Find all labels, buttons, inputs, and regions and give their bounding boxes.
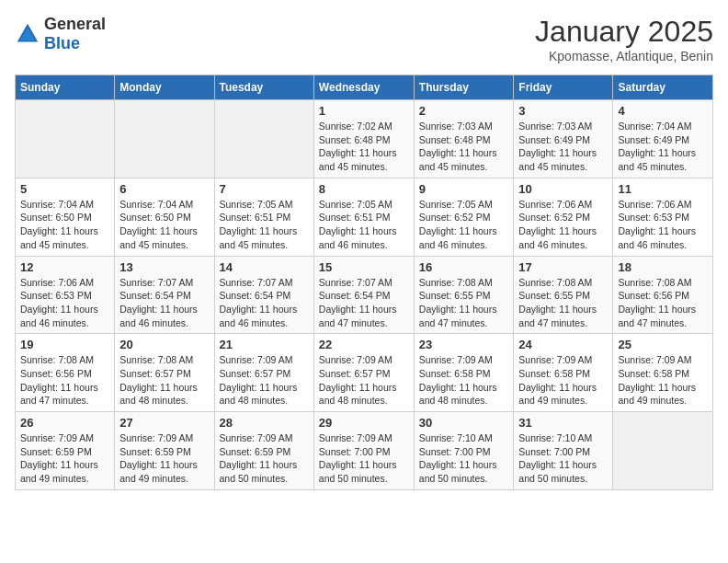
calendar-cell: 2Sunrise: 7:03 AM Sunset: 6:48 PM Daylig… — [414, 100, 514, 178]
day-number: 20 — [119, 338, 209, 351]
logo: General Blue — [15, 15, 106, 53]
day-number: 21 — [220, 338, 309, 351]
day-info: Sunrise: 7:08 AM Sunset: 6:55 PM Dayligh… — [518, 276, 608, 330]
weekday-header-thursday: Thursday — [414, 75, 514, 100]
calendar-cell: 13Sunrise: 7:07 AM Sunset: 6:54 PM Dayli… — [115, 256, 214, 334]
page-header: General Blue January 2025 Kpomasse, Atla… — [15, 15, 713, 63]
calendar-cell: 6Sunrise: 7:04 AM Sunset: 6:50 PM Daylig… — [115, 178, 214, 256]
calendar-cell: 24Sunrise: 7:09 AM Sunset: 6:58 PM Dayli… — [514, 334, 613, 412]
weekday-header-tuesday: Tuesday — [214, 75, 313, 100]
day-info: Sunrise: 7:08 AM Sunset: 6:57 PM Dayligh… — [119, 353, 209, 408]
day-info: Sunrise: 7:09 AM Sunset: 6:59 PM Dayligh… — [220, 431, 309, 486]
logo-icon — [15, 21, 40, 47]
day-number: 2 — [419, 104, 509, 118]
day-number: 10 — [518, 182, 608, 196]
calendar-cell: 25Sunrise: 7:09 AM Sunset: 6:58 PM Dayli… — [613, 334, 713, 412]
title-area: January 2025 Kpomasse, Atlantique, Benin — [535, 15, 713, 63]
day-number: 3 — [518, 104, 608, 118]
weekday-header-friday: Friday — [514, 75, 613, 100]
calendar-table: SundayMondayTuesdayWednesdayThursdayFrid… — [15, 75, 713, 490]
calendar-cell: 16Sunrise: 7:08 AM Sunset: 6:55 PM Dayli… — [414, 256, 514, 334]
day-number: 23 — [419, 338, 509, 351]
day-number: 18 — [618, 260, 708, 274]
day-number: 30 — [419, 416, 509, 430]
day-number: 4 — [618, 104, 708, 118]
day-number: 12 — [20, 260, 109, 274]
day-info: Sunrise: 7:07 AM Sunset: 6:54 PM Dayligh… — [220, 276, 309, 330]
day-number: 1 — [319, 104, 409, 118]
day-info: Sunrise: 7:06 AM Sunset: 6:53 PM Dayligh… — [20, 276, 109, 330]
day-number: 17 — [518, 260, 608, 274]
calendar-cell: 20Sunrise: 7:08 AM Sunset: 6:57 PM Dayli… — [115, 334, 214, 412]
calendar-cell: 1Sunrise: 7:02 AM Sunset: 6:48 PM Daylig… — [313, 100, 414, 178]
calendar-cell: 28Sunrise: 7:09 AM Sunset: 6:59 PM Dayli… — [214, 412, 313, 490]
day-info: Sunrise: 7:09 AM Sunset: 6:59 PM Dayligh… — [20, 431, 109, 486]
day-number: 9 — [419, 182, 509, 196]
calendar-cell — [214, 100, 313, 178]
month-title: January 2025 — [535, 15, 713, 49]
calendar-week-2: 12Sunrise: 7:06 AM Sunset: 6:53 PM Dayli… — [16, 256, 713, 334]
day-number: 22 — [319, 338, 409, 351]
day-info: Sunrise: 7:09 AM Sunset: 6:58 PM Dayligh… — [618, 353, 708, 408]
calendar-cell: 19Sunrise: 7:08 AM Sunset: 6:56 PM Dayli… — [16, 334, 115, 412]
weekday-header-row: SundayMondayTuesdayWednesdayThursdayFrid… — [16, 75, 713, 100]
calendar-week-4: 26Sunrise: 7:09 AM Sunset: 6:59 PM Dayli… — [16, 412, 713, 490]
day-info: Sunrise: 7:03 AM Sunset: 6:49 PM Dayligh… — [518, 120, 608, 174]
calendar-week-3: 19Sunrise: 7:08 AM Sunset: 6:56 PM Dayli… — [16, 334, 713, 412]
day-number: 27 — [119, 416, 209, 430]
day-info: Sunrise: 7:03 AM Sunset: 6:48 PM Dayligh… — [419, 120, 509, 174]
calendar-cell: 12Sunrise: 7:06 AM Sunset: 6:53 PM Dayli… — [16, 256, 115, 334]
day-info: Sunrise: 7:05 AM Sunset: 6:52 PM Dayligh… — [419, 198, 509, 252]
calendar-cell: 11Sunrise: 7:06 AM Sunset: 6:53 PM Dayli… — [613, 178, 713, 256]
day-info: Sunrise: 7:09 AM Sunset: 6:58 PM Dayligh… — [518, 353, 608, 408]
weekday-header-monday: Monday — [115, 75, 214, 100]
calendar-cell: 27Sunrise: 7:09 AM Sunset: 6:59 PM Dayli… — [115, 412, 214, 490]
calendar-cell — [613, 412, 713, 490]
calendar-week-0: 1Sunrise: 7:02 AM Sunset: 6:48 PM Daylig… — [16, 100, 713, 178]
calendar-cell: 18Sunrise: 7:08 AM Sunset: 6:56 PM Dayli… — [613, 256, 713, 334]
day-number: 5 — [20, 182, 109, 196]
logo-blue: Blue — [44, 34, 80, 52]
calendar-cell: 22Sunrise: 7:09 AM Sunset: 6:57 PM Dayli… — [313, 334, 414, 412]
day-number: 28 — [220, 416, 309, 430]
calendar-cell: 21Sunrise: 7:09 AM Sunset: 6:57 PM Dayli… — [214, 334, 313, 412]
day-info: Sunrise: 7:09 AM Sunset: 6:57 PM Dayligh… — [220, 353, 309, 408]
day-number: 24 — [518, 338, 608, 351]
day-number: 14 — [220, 260, 309, 274]
calendar-cell: 26Sunrise: 7:09 AM Sunset: 6:59 PM Dayli… — [16, 412, 115, 490]
location-subtitle: Kpomasse, Atlantique, Benin — [535, 49, 713, 63]
day-info: Sunrise: 7:04 AM Sunset: 6:50 PM Dayligh… — [20, 198, 109, 252]
day-info: Sunrise: 7:09 AM Sunset: 6:57 PM Dayligh… — [319, 353, 409, 408]
weekday-header-sunday: Sunday — [16, 75, 115, 100]
day-info: Sunrise: 7:09 AM Sunset: 6:58 PM Dayligh… — [419, 353, 509, 408]
calendar-cell: 15Sunrise: 7:07 AM Sunset: 6:54 PM Dayli… — [313, 256, 414, 334]
day-number: 15 — [319, 260, 409, 274]
day-number: 25 — [618, 338, 708, 351]
day-info: Sunrise: 7:07 AM Sunset: 6:54 PM Dayligh… — [319, 276, 409, 330]
day-info: Sunrise: 7:07 AM Sunset: 6:54 PM Dayligh… — [119, 276, 209, 330]
logo-general: General — [44, 15, 106, 33]
day-info: Sunrise: 7:02 AM Sunset: 6:48 PM Dayligh… — [319, 120, 409, 174]
day-info: Sunrise: 7:08 AM Sunset: 6:56 PM Dayligh… — [618, 276, 708, 330]
calendar-cell: 7Sunrise: 7:05 AM Sunset: 6:51 PM Daylig… — [214, 178, 313, 256]
calendar-cell — [16, 100, 115, 178]
calendar-cell: 31Sunrise: 7:10 AM Sunset: 7:00 PM Dayli… — [514, 412, 613, 490]
day-info: Sunrise: 7:09 AM Sunset: 7:00 PM Dayligh… — [319, 431, 409, 486]
day-info: Sunrise: 7:10 AM Sunset: 7:00 PM Dayligh… — [419, 431, 509, 486]
day-number: 26 — [20, 416, 109, 430]
day-number: 29 — [319, 416, 409, 430]
day-info: Sunrise: 7:08 AM Sunset: 6:56 PM Dayligh… — [20, 353, 109, 408]
calendar-cell: 29Sunrise: 7:09 AM Sunset: 7:00 PM Dayli… — [313, 412, 414, 490]
calendar-cell: 17Sunrise: 7:08 AM Sunset: 6:55 PM Dayli… — [514, 256, 613, 334]
day-number: 7 — [220, 182, 309, 196]
day-number: 16 — [419, 260, 509, 274]
day-info: Sunrise: 7:06 AM Sunset: 6:53 PM Dayligh… — [618, 198, 708, 252]
calendar-cell: 14Sunrise: 7:07 AM Sunset: 6:54 PM Dayli… — [214, 256, 313, 334]
calendar-cell — [115, 100, 214, 178]
day-info: Sunrise: 7:05 AM Sunset: 6:51 PM Dayligh… — [220, 198, 309, 252]
day-number: 6 — [119, 182, 209, 196]
calendar-cell: 10Sunrise: 7:06 AM Sunset: 6:52 PM Dayli… — [514, 178, 613, 256]
day-info: Sunrise: 7:08 AM Sunset: 6:55 PM Dayligh… — [419, 276, 509, 330]
day-number: 13 — [119, 260, 209, 274]
weekday-header-saturday: Saturday — [613, 75, 713, 100]
